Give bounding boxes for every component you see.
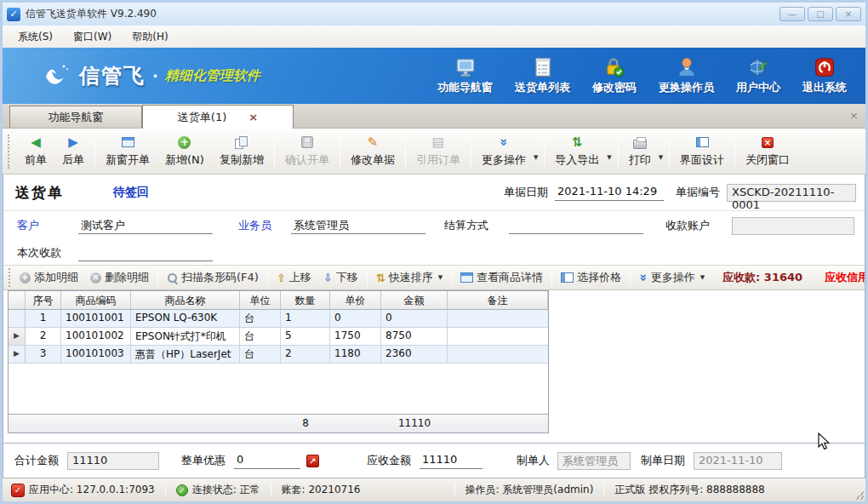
header-nav: 功能导航窗 送货单列表 修改密码 (437, 56, 865, 95)
add-new-button[interactable]: + 新增(N) (157, 132, 212, 171)
status-license: 正式版 授权序列号: 888888888 (614, 483, 764, 497)
toolbar-separator (405, 134, 406, 169)
nav-switch-operator[interactable]: 更换操作员 (659, 56, 714, 95)
receivable-amount-field[interactable]: 11110 (420, 452, 483, 469)
quick-sort-button[interactable]: ⇅ 快速排序 ▼ (370, 267, 448, 288)
discount-edit-button[interactable]: ↗ (306, 455, 319, 467)
ui-design-button[interactable]: 界面设计 (672, 132, 732, 171)
dropdown-arrow-icon[interactable]: ▼ (534, 142, 538, 161)
print-icon (633, 140, 647, 149)
status-operator: 操作员: 系统管理员(admin) (465, 483, 594, 497)
col-header-price[interactable]: 单价 (330, 291, 381, 310)
nav-delivery-list[interactable]: 送货单列表 (515, 56, 570, 95)
new-window-order-button[interactable]: 新窗开单 (98, 132, 157, 171)
col-header-unit[interactable]: 单位 (240, 291, 281, 310)
tab-close-icon[interactable]: × (248, 111, 258, 123)
toolbar-separator (734, 134, 735, 169)
maximize-button[interactable]: □ (808, 7, 833, 21)
total-amount-field: 11110 (67, 452, 159, 470)
table-row[interactable]: ▶ 2 100101002 EPSON针式打*印机 台 5 1750 8750 (9, 328, 548, 346)
toolbar-separator (94, 134, 95, 169)
settlement-label: 结算方式 (444, 218, 509, 233)
add-row-button[interactable]: + 添加明细 (14, 267, 84, 288)
account-label: 收款账户 (665, 218, 732, 233)
toolbar-separator (267, 269, 268, 286)
nav-function-navigator[interactable]: 功能导航窗 (437, 56, 493, 95)
col-header-qty[interactable]: 数量 (281, 291, 330, 310)
row-selector[interactable]: ▶ (9, 328, 26, 346)
creator-field: 系统管理员 (557, 452, 631, 470)
select-price-button[interactable]: 选择价格 (555, 267, 627, 288)
resize-grip[interactable] (855, 491, 864, 500)
prev-doc-button[interactable]: ◀ 前单 (17, 132, 54, 171)
toolbar-separator (340, 134, 340, 169)
tabbar-close-icon[interactable]: × (849, 109, 859, 122)
grid-empty-area (9, 364, 548, 414)
quote-order-icon: ▤ (432, 135, 444, 150)
import-export-button[interactable]: ⇅ 导入导出 (547, 132, 607, 171)
nav-label: 用户中心 (736, 80, 780, 95)
row-selector[interactable] (9, 310, 26, 328)
content-area: 送货单 待签回 单据日期 2021-11-10 14:29 单据编号 XSCKD… (3, 175, 865, 478)
menu-help[interactable]: 帮助(H) (123, 27, 176, 47)
discount-field[interactable]: 0 (234, 452, 300, 469)
payment-field[interactable] (78, 244, 213, 261)
customer-field[interactable]: 测试客户 (78, 217, 213, 234)
fields-row-2: 本次收款 (3, 240, 865, 265)
col-header-note[interactable]: 备注 (448, 291, 548, 310)
tab-delivery-note[interactable]: 送货单(1) × (142, 105, 294, 129)
barcode-scan-button[interactable]: 扫描条形码(F4) (161, 267, 265, 288)
doc-date-label: 单据日期 (504, 185, 548, 200)
close-button[interactable]: × (836, 7, 861, 21)
edit-doc-button[interactable]: ✎ 修改单据 (343, 132, 403, 171)
print-button[interactable]: 打印 (621, 132, 659, 171)
nav-user-center[interactable]: 用户中心 (736, 56, 780, 95)
next-doc-button[interactable]: ▶ 后单 (54, 132, 92, 171)
tab-label: 功能导航窗 (49, 110, 104, 125)
dropdown-arrow-icon[interactable]: ▼ (659, 142, 663, 161)
close-window-icon: × (762, 137, 774, 148)
row-selector[interactable]: ▶ (9, 346, 26, 364)
more-actions-icon: » (636, 273, 651, 282)
close-window-button[interactable]: × 关闭窗口 (738, 132, 797, 171)
product-detail-button[interactable]: 查看商品详情 (454, 267, 549, 288)
fields-row-1: 客户 测试客户 业务员 系统管理员 结算方式 收款账户 (3, 211, 865, 240)
creation-date-label: 制单日期 (641, 453, 694, 468)
col-header-no[interactable]: 序号 (26, 291, 61, 310)
col-header-name[interactable]: 商品名称 (131, 291, 240, 310)
dropdown-arrow-icon: ▼ (438, 274, 443, 281)
col-header-amount[interactable]: 金额 (381, 291, 448, 310)
status-separator (603, 484, 604, 497)
toolbar-separator (544, 134, 545, 169)
minimize-button[interactable]: — (779, 7, 805, 21)
dropdown-arrow-icon[interactable]: ▼ (607, 142, 611, 161)
salesman-field[interactable]: 系统管理员 (291, 217, 425, 234)
settlement-field[interactable] (509, 217, 643, 234)
move-up-button[interactable]: ⇧ 上移 (271, 267, 317, 288)
tab-function-navigator[interactable]: 功能导航窗 (9, 106, 142, 128)
menu-window[interactable]: 窗口(W) (65, 27, 120, 47)
delete-row-button[interactable]: × 删除明细 (84, 267, 155, 288)
table-row[interactable]: ▶ 3 100101003 惠普（HP）LaserJet 台 2 1180 23… (9, 346, 548, 364)
add-row-icon: + (20, 272, 31, 284)
qty-total: 8 (281, 415, 330, 432)
brand-slogan: 精细化管理软件 (165, 67, 260, 85)
copy-new-button[interactable]: 复制新增 (212, 132, 271, 171)
menu-system[interactable]: 系统(S) (9, 27, 61, 47)
nav-change-password[interactable]: 修改密码 (592, 56, 637, 95)
grid-summary-row: 8 11110 (9, 414, 548, 432)
more-actions-button[interactable]: » 更多操作 (474, 132, 534, 171)
status-bar: ✓ 应用中心: 127.0.0.1:7093 ✓ 连接状态: 正常 账套: 20… (3, 478, 865, 501)
person-icon (676, 56, 698, 78)
table-row[interactable]: 1 100101001 EPSON LQ-630K 台 1 0 0 (9, 310, 548, 328)
toolbar-separator (669, 134, 670, 169)
move-down-button[interactable]: ⇩ 下移 (317, 267, 364, 288)
nav-exit-system[interactable]: 退出系统 (802, 56, 847, 95)
doc-date-field[interactable]: 2021-11-10 14:29 (555, 184, 664, 201)
col-header-code[interactable]: 商品编码 (61, 291, 131, 310)
receivable-amount-label: 应收金额 (367, 453, 420, 468)
status-app-center: ✓ 应用中心: 127.0.0.1:7093 (11, 483, 155, 497)
power-icon (814, 56, 836, 78)
tab-bar: 功能导航窗 送货单(1) × × (3, 104, 865, 129)
detail-more-actions-button[interactable]: » 更多操作 ▼ (633, 267, 711, 288)
